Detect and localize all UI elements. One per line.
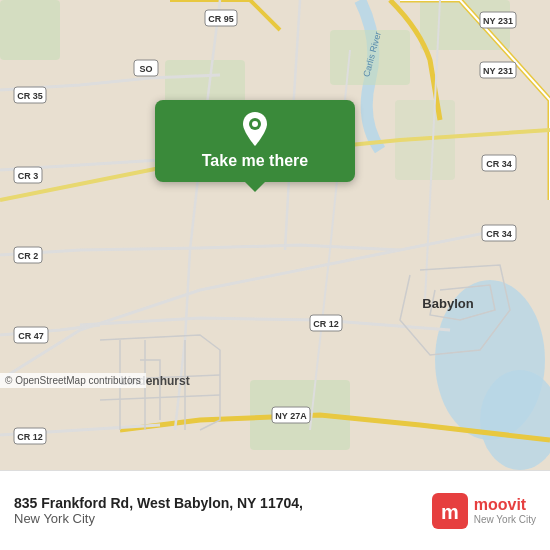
moovit-text-block: moovit New York City [474, 495, 536, 526]
moovit-subtitle: New York City [474, 514, 536, 526]
svg-text:NY 27A: NY 27A [275, 411, 307, 421]
map-svg: CR 95 NY 231 NY 231 CR 35 SO NY CR 3 CR … [0, 0, 550, 470]
svg-text:NY 231: NY 231 [483, 16, 513, 26]
take-me-there-label: Take me there [202, 152, 308, 170]
svg-text:m: m [441, 501, 459, 523]
address-block: 835 Frankford Rd, West Babylon, NY 11704… [14, 495, 432, 526]
address-line2: New York City [14, 511, 432, 526]
map-attribution: © OpenStreetMap contributors [0, 373, 146, 388]
navigate-callout-button[interactable]: Take me there [155, 100, 355, 182]
svg-text:CR 12: CR 12 [313, 319, 339, 329]
svg-text:CR 35: CR 35 [17, 91, 43, 101]
moovit-icon: m [432, 493, 468, 529]
svg-text:CR 3: CR 3 [18, 171, 39, 181]
svg-text:Babylon: Babylon [422, 296, 473, 311]
svg-text:CR 34: CR 34 [486, 229, 512, 239]
app-container: CR 95 NY 231 NY 231 CR 35 SO NY CR 3 CR … [0, 0, 550, 550]
info-bar: 835 Frankford Rd, West Babylon, NY 11704… [0, 470, 550, 550]
address-line1: 835 Frankford Rd, West Babylon, NY 11704… [14, 495, 432, 511]
moovit-logo: m moovit New York City [432, 493, 536, 529]
svg-text:NY 231: NY 231 [483, 66, 513, 76]
svg-text:CR 95: CR 95 [208, 14, 234, 24]
svg-text:CR 12: CR 12 [17, 432, 43, 442]
svg-point-41 [252, 121, 258, 127]
svg-text:CR 47: CR 47 [18, 331, 44, 341]
svg-rect-3 [0, 0, 60, 60]
svg-text:CR 2: CR 2 [18, 251, 39, 261]
svg-text:SO: SO [139, 64, 152, 74]
moovit-brand-name: moovit [474, 495, 536, 514]
map-area: CR 95 NY 231 NY 231 CR 35 SO NY CR 3 CR … [0, 0, 550, 470]
location-pin-icon [239, 110, 271, 148]
attribution-text: © OpenStreetMap contributors [5, 375, 141, 386]
svg-text:CR 34: CR 34 [486, 159, 512, 169]
